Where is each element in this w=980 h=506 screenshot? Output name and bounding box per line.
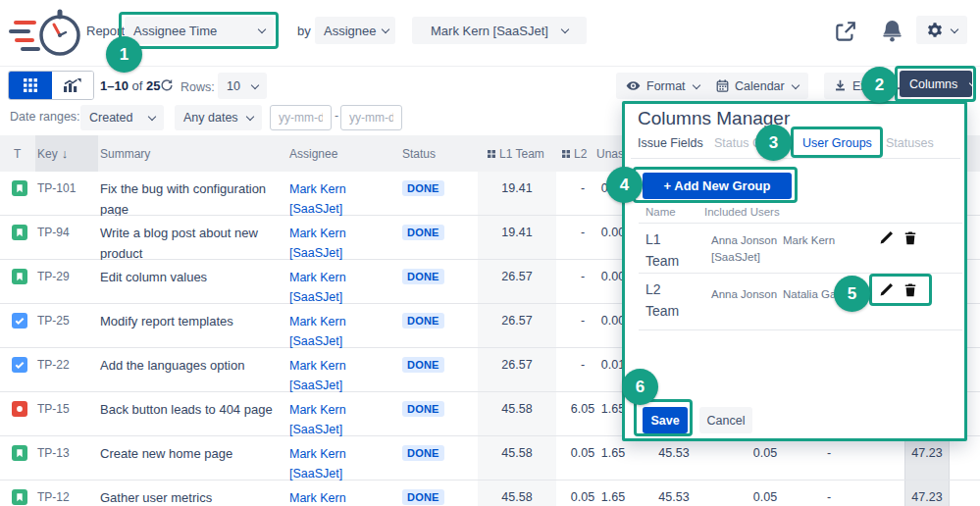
assignee-link[interactable]: Mark Kern [SaaSJet]: [289, 179, 383, 219]
date-field-value: Created: [89, 111, 132, 125]
included-users-header: Included Users: [704, 206, 780, 218]
group-grid-icon: [562, 150, 570, 158]
delete-group-icon[interactable]: [903, 282, 919, 298]
of-label: of: [132, 78, 143, 93]
assignee-link[interactable]: Mark Kern [SaaSJet]: [289, 356, 383, 395]
eye-icon: [626, 79, 641, 92]
status-badge: DONE: [402, 489, 444, 505]
date-field-select[interactable]: Created: [80, 105, 164, 130]
user-filter-value: Mark Kern [SaaSJet]: [431, 24, 548, 38]
calendar-button[interactable]: Calendar: [706, 73, 808, 99]
issue-key[interactable]: TP-22: [37, 358, 70, 372]
sort-desc-icon: ↓: [62, 146, 69, 161]
cell-total: 47.23: [904, 481, 950, 506]
chevron-down-icon: [148, 113, 156, 121]
date-to-input[interactable]: [340, 105, 402, 130]
issue-type-icon: [12, 313, 27, 329]
tab-user-groups[interactable]: User Groups: [802, 136, 872, 150]
rows-per-page-select[interactable]: 10: [218, 73, 267, 99]
column-header-type[interactable]: T: [14, 135, 21, 172]
app: Report: Assignee Time by Assignee Mark K…: [0, 0, 980, 506]
refresh-icon[interactable]: [160, 78, 174, 92]
date-range-select[interactable]: Any dates: [175, 105, 262, 130]
rows-per-page-value: 10: [227, 79, 240, 93]
date-from-input[interactable]: [270, 105, 332, 130]
user-filter-select[interactable]: Mark Kern [SaaSJet]: [412, 17, 587, 44]
annotation-6: 6: [622, 369, 658, 405]
report-select[interactable]: Assignee Time: [125, 17, 274, 44]
issue-key[interactable]: TP-94: [37, 226, 70, 239]
tab-statuses[interactable]: Statuses: [886, 136, 934, 150]
issue-summary: Write a blog post about new product: [100, 224, 275, 265]
cell-col4: 45.53: [633, 481, 715, 506]
assignee-link[interactable]: Mark Kern [SaaSJet]: [289, 400, 383, 439]
issue-summary: Fix the bug with configuration page: [100, 179, 275, 221]
cell-unassigned: 1.65: [591, 436, 636, 480]
status-badge: DONE: [402, 225, 444, 240]
format-button[interactable]: Format: [616, 73, 709, 99]
columns-label: Columns: [909, 77, 957, 91]
issue-key[interactable]: TP-15: [37, 402, 70, 416]
edit-group-icon[interactable]: [878, 230, 894, 246]
group-grid-icon: [488, 150, 495, 158]
chart-view-button[interactable]: [52, 72, 93, 99]
gear-icon: [926, 22, 944, 39]
total-count: 25: [146, 78, 160, 93]
assignee-link[interactable]: Mark Kern [SaaSJet]: [289, 312, 383, 351]
issue-type-icon: [12, 445, 27, 461]
group-by-select[interactable]: Assignee: [315, 17, 395, 44]
issue-key[interactable]: TP-13: [37, 446, 70, 460]
column-header-key[interactable]: Key ↓: [35, 135, 98, 172]
annotation-3: 3: [755, 125, 792, 161]
tabs-divider: [631, 158, 960, 159]
cell-col5: 0.05: [731, 481, 799, 506]
table-row[interactable]: TP-13 Create new home page Mark Kern [Sa…: [0, 436, 980, 481]
issue-type-icon: [12, 269, 27, 284]
annotation-4: 4: [606, 167, 643, 203]
bell-icon[interactable]: [881, 19, 903, 43]
issue-summary: Modify report templates: [100, 312, 275, 332]
status-badge: DONE: [402, 180, 444, 196]
cell-l1-team: 45.58: [478, 436, 556, 480]
delete-group-icon[interactable]: [903, 230, 919, 246]
cell-l1-team: 19.41: [478, 216, 556, 259]
assignee-link[interactable]: Mark Kern [SaaSJet]: [289, 268, 383, 307]
column-header-l2[interactable]: L2: [562, 135, 587, 172]
cancel-button[interactable]: Cancel: [699, 407, 752, 433]
assignee-link[interactable]: Mark Kern [SaaSJet]: [289, 224, 383, 263]
columns-button[interactable]: Columns: [900, 71, 972, 97]
column-header-summary[interactable]: Summary: [100, 135, 150, 172]
columns-manager-panel: Columns Manager Issue Fields Status Grou…: [622, 101, 967, 441]
cell-l1-team: 26.57: [478, 348, 556, 391]
chevron-down-icon: [251, 80, 259, 88]
settings-button[interactable]: [916, 16, 967, 44]
column-header-assignee[interactable]: Assignee: [289, 135, 337, 172]
cell-col6: -: [799, 436, 858, 480]
tab-issue-fields[interactable]: Issue Fields: [638, 136, 703, 150]
assignee-link[interactable]: Mark Kern: [289, 488, 383, 506]
issue-type-icon: [12, 225, 27, 240]
add-new-group-button[interactable]: + Add New Group: [643, 173, 792, 199]
issue-type-icon: [12, 180, 27, 196]
grid-view-button[interactable]: [9, 72, 52, 99]
share-icon[interactable]: [834, 20, 857, 43]
edit-group-icon[interactable]: [878, 282, 894, 298]
column-header-l1-team[interactable]: L1 Team: [488, 135, 544, 172]
rows-label: Rows:: [181, 80, 215, 94]
issue-key[interactable]: TP-29: [37, 270, 70, 283]
assignee-link[interactable]: Mark Kern [SaaSJet]: [289, 444, 383, 483]
header-divider: [0, 66, 980, 67]
calendar-label: Calendar: [735, 79, 785, 93]
table-row[interactable]: TP-12 Gather user metrics Mark Kern DONE…: [0, 481, 980, 506]
issue-key[interactable]: TP-101: [37, 181, 76, 195]
issue-key[interactable]: TP-25: [37, 314, 70, 328]
list-divider: [639, 273, 962, 274]
chevron-down-icon: [692, 80, 699, 88]
save-button[interactable]: Save: [643, 407, 688, 433]
date-range-value: Any dates: [183, 111, 238, 125]
column-header-status[interactable]: Status: [402, 135, 436, 172]
issue-key[interactable]: TP-12: [37, 490, 70, 504]
list-divider: [639, 329, 962, 330]
by-label: by: [297, 24, 311, 38]
pagination-text: 1–10 of 25: [100, 78, 160, 93]
